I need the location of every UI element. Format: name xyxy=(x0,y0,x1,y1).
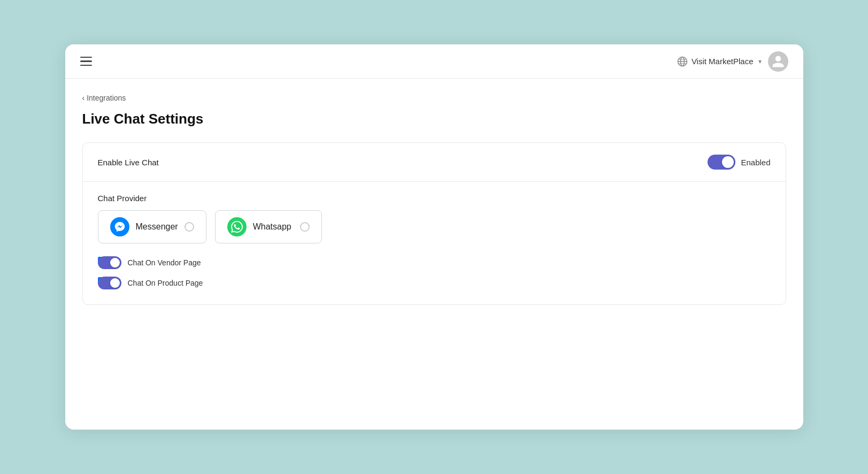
provider-options: Messenger Whatsapp xyxy=(98,210,771,243)
enable-live-chat-toggle-container: Enabled xyxy=(708,155,770,170)
user-icon xyxy=(771,55,785,68)
chat-provider-section: Chat Provider Messenger xyxy=(83,182,786,304)
main-content: ‹ Integrations Live Chat Settings Enable… xyxy=(65,79,803,430)
chat-vendor-label: Chat On Vendor Page xyxy=(128,258,201,267)
breadcrumb-parent: Integrations xyxy=(87,94,126,102)
chat-vendor-toggle-row: Chat On Vendor Page xyxy=(98,256,771,269)
chat-vendor-toggle[interactable] xyxy=(98,256,121,269)
chat-product-toggle[interactable] xyxy=(98,277,121,289)
whatsapp-icon xyxy=(227,217,247,236)
header-left xyxy=(80,57,92,66)
settings-card: Enable Live Chat Enabled Chat Provider xyxy=(82,142,786,305)
page-title: Live Chat Settings xyxy=(82,111,786,127)
enable-live-chat-toggle[interactable] xyxy=(708,155,735,170)
messenger-card[interactable]: Messenger xyxy=(98,210,206,243)
messenger-radio[interactable] xyxy=(185,222,194,232)
marketplace-label: Visit MarketPlace xyxy=(692,57,754,66)
breadcrumb[interactable]: ‹ Integrations xyxy=(82,94,786,102)
whatsapp-label: Whatsapp xyxy=(253,222,291,232)
messenger-label: Messenger xyxy=(136,222,178,232)
enable-live-chat-label: Enable Live Chat xyxy=(98,158,159,167)
chat-provider-title: Chat Provider xyxy=(98,194,771,203)
enable-live-chat-row: Enable Live Chat Enabled xyxy=(83,143,786,182)
enable-live-chat-toggle-label: Enabled xyxy=(741,158,770,167)
chevron-left-icon: ‹ xyxy=(82,94,85,102)
globe-icon xyxy=(677,56,688,67)
whatsapp-card[interactable]: Whatsapp xyxy=(215,210,322,243)
chevron-down-icon: ▾ xyxy=(758,58,762,65)
chat-product-toggle-row: Chat On Product Page xyxy=(98,277,771,289)
header-right: Visit MarketPlace ▾ xyxy=(677,51,788,72)
marketplace-button[interactable]: Visit MarketPlace ▾ xyxy=(677,56,762,67)
app-window: Visit MarketPlace ▾ ‹ Integrations Live … xyxy=(65,44,803,430)
header: Visit MarketPlace ▾ xyxy=(65,44,803,79)
user-avatar[interactable] xyxy=(768,51,788,72)
messenger-icon xyxy=(110,217,129,236)
whatsapp-radio[interactable] xyxy=(300,222,310,232)
chat-product-label: Chat On Product Page xyxy=(128,279,203,287)
hamburger-icon[interactable] xyxy=(80,57,92,66)
